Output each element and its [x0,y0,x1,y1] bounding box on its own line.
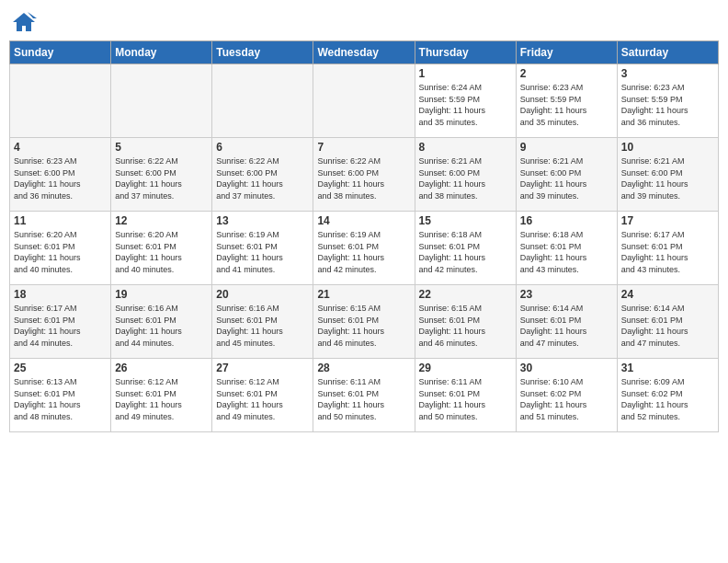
day-info: Sunrise: 6:09 AM Sunset: 6:02 PM Dayligh… [621,376,714,422]
weekday-header-friday: Friday [516,41,617,64]
day-number: 27 [216,362,309,374]
calendar-cell: 1Sunrise: 6:24 AM Sunset: 5:59 PM Daylig… [415,64,516,138]
day-info: Sunrise: 6:20 AM Sunset: 6:01 PM Dayligh… [115,229,208,275]
day-number: 20 [216,288,309,301]
day-info: Sunrise: 6:15 AM Sunset: 6:01 PM Dayligh… [419,303,512,349]
day-number: 7 [317,141,410,154]
day-info: Sunrise: 6:23 AM Sunset: 6:00 PM Dayligh… [14,155,107,201]
calendar-cell: 10Sunrise: 6:21 AM Sunset: 6:00 PM Dayli… [617,138,718,212]
day-info: Sunrise: 6:17 AM Sunset: 6:01 PM Dayligh… [621,229,714,275]
day-info: Sunrise: 6:11 AM Sunset: 6:01 PM Dayligh… [317,376,410,422]
weekday-header-thursday: Thursday [415,41,516,64]
calendar-cell: 3Sunrise: 6:23 AM Sunset: 5:59 PM Daylig… [617,64,718,138]
calendar-cell: 29Sunrise: 6:11 AM Sunset: 6:01 PM Dayli… [415,359,516,432]
calendar-cell: 24Sunrise: 6:14 AM Sunset: 6:01 PM Dayli… [617,285,718,359]
calendar-cell: 14Sunrise: 6:19 AM Sunset: 6:01 PM Dayli… [313,212,415,285]
calendar-cell: 6Sunrise: 6:22 AM Sunset: 6:00 PM Daylig… [212,138,313,212]
day-number: 19 [115,288,208,301]
calendar-cell: 4Sunrise: 6:23 AM Sunset: 6:00 PM Daylig… [10,138,111,212]
calendar-cell: 15Sunrise: 6:18 AM Sunset: 6:01 PM Dayli… [415,212,516,285]
day-info: Sunrise: 6:11 AM Sunset: 6:01 PM Dayligh… [419,376,512,422]
calendar-cell [313,64,415,138]
calendar-cell: 23Sunrise: 6:14 AM Sunset: 6:01 PM Dayli… [516,285,617,359]
day-number: 31 [621,362,714,374]
calendar-cell [111,64,212,138]
day-info: Sunrise: 6:19 AM Sunset: 6:01 PM Dayligh… [216,229,309,275]
weekday-header-sunday: Sunday [10,41,111,64]
day-info: Sunrise: 6:22 AM Sunset: 6:00 PM Dayligh… [115,155,208,201]
calendar-cell: 8Sunrise: 6:21 AM Sunset: 6:00 PM Daylig… [415,138,516,212]
day-info: Sunrise: 6:12 AM Sunset: 6:01 PM Dayligh… [216,376,309,422]
calendar-table: SundayMondayTuesdayWednesdayThursdayFrid… [9,40,719,432]
calendar-cell: 9Sunrise: 6:21 AM Sunset: 6:00 PM Daylig… [516,138,617,212]
day-info: Sunrise: 6:16 AM Sunset: 6:01 PM Dayligh… [216,303,309,349]
day-info: Sunrise: 6:23 AM Sunset: 5:59 PM Dayligh… [520,82,613,128]
day-number: 8 [419,141,512,154]
day-number: 13 [216,214,309,227]
day-number: 26 [115,362,208,374]
day-info: Sunrise: 6:15 AM Sunset: 6:01 PM Dayligh… [317,303,410,349]
weekday-header-monday: Monday [111,41,212,64]
day-info: Sunrise: 6:12 AM Sunset: 6:01 PM Dayligh… [115,376,208,422]
logo [9,9,37,35]
day-number: 4 [14,141,107,154]
day-info: Sunrise: 6:24 AM Sunset: 5:59 PM Dayligh… [419,82,512,128]
calendar-cell: 17Sunrise: 6:17 AM Sunset: 6:01 PM Dayli… [617,212,718,285]
calendar-cell: 28Sunrise: 6:11 AM Sunset: 6:01 PM Dayli… [313,359,415,432]
day-number: 2 [520,67,613,80]
day-number: 10 [621,141,714,154]
calendar-cell: 25Sunrise: 6:13 AM Sunset: 6:01 PM Dayli… [10,359,111,432]
weekday-header-tuesday: Tuesday [212,41,313,64]
day-info: Sunrise: 6:16 AM Sunset: 6:01 PM Dayligh… [115,303,208,349]
day-number: 6 [216,141,309,154]
calendar-cell: 13Sunrise: 6:19 AM Sunset: 6:01 PM Dayli… [212,212,313,285]
calendar-cell: 21Sunrise: 6:15 AM Sunset: 6:01 PM Dayli… [313,285,415,359]
calendar-cell: 27Sunrise: 6:12 AM Sunset: 6:01 PM Dayli… [212,359,313,432]
day-info: Sunrise: 6:17 AM Sunset: 6:01 PM Dayligh… [14,303,107,349]
day-number: 11 [14,214,107,227]
day-number: 16 [520,214,613,227]
calendar-cell: 18Sunrise: 6:17 AM Sunset: 6:01 PM Dayli… [10,285,111,359]
day-number: 25 [14,362,107,374]
day-number: 15 [419,214,512,227]
day-number: 30 [520,362,613,374]
logo-icon [11,9,37,35]
calendar-cell: 16Sunrise: 6:18 AM Sunset: 6:01 PM Dayli… [516,212,617,285]
calendar-cell: 26Sunrise: 6:12 AM Sunset: 6:01 PM Dayli… [111,359,212,432]
day-info: Sunrise: 6:18 AM Sunset: 6:01 PM Dayligh… [520,229,613,275]
day-info: Sunrise: 6:23 AM Sunset: 5:59 PM Dayligh… [621,82,714,128]
day-number: 18 [14,288,107,301]
day-info: Sunrise: 6:14 AM Sunset: 6:01 PM Dayligh… [621,303,714,349]
day-number: 1 [419,67,512,80]
calendar-cell: 5Sunrise: 6:22 AM Sunset: 6:00 PM Daylig… [111,138,212,212]
day-info: Sunrise: 6:22 AM Sunset: 6:00 PM Dayligh… [317,155,410,201]
day-info: Sunrise: 6:13 AM Sunset: 6:01 PM Dayligh… [14,376,107,422]
day-number: 12 [115,214,208,227]
day-info: Sunrise: 6:19 AM Sunset: 6:01 PM Dayligh… [317,229,410,275]
day-info: Sunrise: 6:20 AM Sunset: 6:01 PM Dayligh… [14,229,107,275]
day-number: 24 [621,288,714,301]
day-info: Sunrise: 6:22 AM Sunset: 6:00 PM Dayligh… [216,155,309,201]
weekday-header-saturday: Saturday [617,41,718,64]
day-number: 17 [621,214,714,227]
calendar-cell [212,64,313,138]
day-number: 28 [317,362,410,374]
day-number: 3 [621,67,714,80]
calendar-cell: 11Sunrise: 6:20 AM Sunset: 6:01 PM Dayli… [10,212,111,285]
calendar-cell: 30Sunrise: 6:10 AM Sunset: 6:02 PM Dayli… [516,359,617,432]
calendar-cell: 2Sunrise: 6:23 AM Sunset: 5:59 PM Daylig… [516,64,617,138]
page-header [9,9,719,35]
day-number: 9 [520,141,613,154]
day-number: 21 [317,288,410,301]
weekday-header-wednesday: Wednesday [313,41,415,64]
day-info: Sunrise: 6:21 AM Sunset: 6:00 PM Dayligh… [419,155,512,201]
calendar-cell: 12Sunrise: 6:20 AM Sunset: 6:01 PM Dayli… [111,212,212,285]
calendar-cell: 31Sunrise: 6:09 AM Sunset: 6:02 PM Dayli… [617,359,718,432]
day-info: Sunrise: 6:21 AM Sunset: 6:00 PM Dayligh… [520,155,613,201]
calendar-cell: 19Sunrise: 6:16 AM Sunset: 6:01 PM Dayli… [111,285,212,359]
day-info: Sunrise: 6:14 AM Sunset: 6:01 PM Dayligh… [520,303,613,349]
day-number: 5 [115,141,208,154]
day-info: Sunrise: 6:10 AM Sunset: 6:02 PM Dayligh… [520,376,613,422]
day-number: 22 [419,288,512,301]
day-number: 29 [419,362,512,374]
